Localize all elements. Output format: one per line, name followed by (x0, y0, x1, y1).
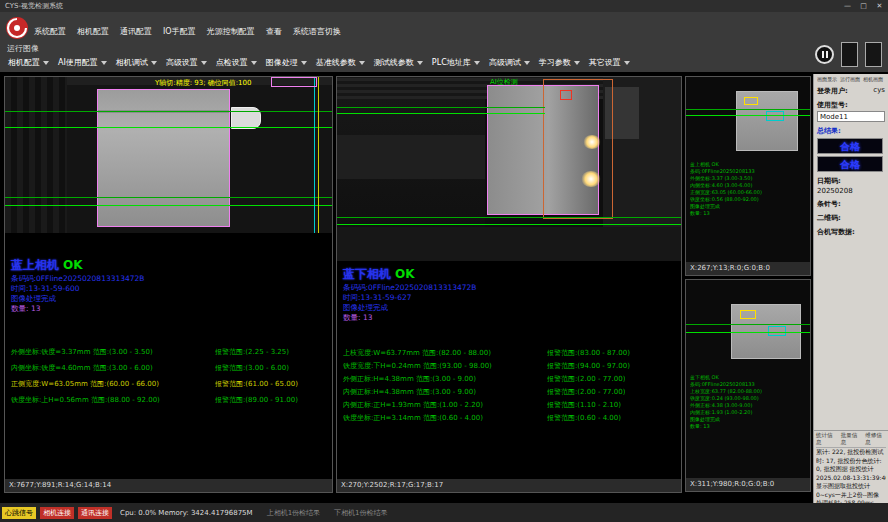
write-data-label: 合机写数据: (817, 228, 855, 236)
side-line: 外侧坐标:3.37 (3.00-3.50) (690, 175, 762, 182)
tool-ai-config[interactable]: AI使用配置 (58, 57, 107, 68)
main-area: Y轴切:精度: 93; 确位同值:100 蓝上相机OK 条码码:0FFline2… (0, 72, 888, 503)
menu-language[interactable]: 系统语言切换 (293, 26, 341, 37)
side-line: 数量: 13 (690, 423, 762, 430)
menu-view[interactable]: 查看 (266, 26, 282, 37)
tool-image-processing[interactable]: 图像处理 (266, 57, 307, 68)
chevron-down-icon (201, 61, 207, 65)
measure-value: 铁度宽度:下H=0.24mm 范围:(93.00 - 98.00) (343, 360, 547, 373)
tool-camera-debug[interactable]: 相机调试 (116, 57, 157, 68)
guide-line (337, 107, 545, 108)
date-code-field: 日期码: 20250208 (817, 176, 885, 195)
measurement-row: 铁度坐标:上H=0.56mm 范围:(88.00 - 92.00)报警范围:(8… (11, 392, 332, 408)
total-result-field: 总结果: 合格 合格 (817, 126, 885, 172)
measurement-rows: 外侧坐标:铁度=3.37mm 范围:(3.00 - 3.50)报警范围:(2.2… (11, 344, 332, 408)
chevron-down-icon (474, 61, 480, 65)
pause-icon (826, 51, 828, 58)
login-user-field: 登录用户: cys (817, 86, 885, 96)
highlight-spot (581, 171, 601, 187)
tool-label: 学习参数 (539, 57, 571, 68)
result-title: 蓝上相机OK (11, 257, 332, 274)
machine-rail (337, 135, 485, 179)
window-controls: — □ ✕ (842, 1, 885, 11)
qr-code-field: 二维码: (817, 213, 885, 223)
snapshot-button-blue[interactable] (841, 42, 858, 67)
comm-link-indicator: 通讯连接 (78, 507, 112, 519)
tab-batch[interactable]: 批量信息 (841, 432, 862, 446)
tool-test-params[interactable]: 测试线参数 (374, 57, 423, 68)
menu-io-config[interactable]: IO手配置 (163, 26, 196, 37)
date-code-value: 20250208 (817, 187, 885, 195)
tool-spot-check[interactable]: 点检设置 (216, 57, 257, 68)
guide-line (686, 324, 810, 325)
display-mode-option[interactable]: 相机画面 (863, 76, 883, 82)
menu-system-config[interactable]: 系统配置 (34, 26, 66, 37)
toolbar: 相机配置 AI使用配置 相机调试 高级设置 点检设置 图像处理 基准线参数 测试… (8, 57, 630, 68)
guide-line (5, 111, 332, 112)
guide-line-vertical (318, 77, 319, 233)
measurement-row: 内侧坐标:铁度=4.60mm 范围:(3.00 - 6.00)报警范围:(3.0… (11, 360, 332, 376)
pixel-coordinate-bar: X:311;Y:980;R:0;G:0;B:0 (686, 478, 810, 491)
maximize-icon[interactable]: □ (858, 1, 869, 11)
side-view-lower: 蓝下相机 OK 条码:0FFline20250208133 上枝宽度:63.77… (685, 279, 811, 492)
side-line: 上枝宽度:63.77 (82.00-88.00) (690, 388, 762, 395)
login-user-label: 登录用户: (817, 86, 848, 96)
menu-bar: 系统配置 相机配置 通讯配置 IO手配置 光源控制配置 查看 系统语言切换 (34, 26, 341, 37)
model-select[interactable]: Mode11 (817, 111, 885, 122)
model-label: 使用型号: (817, 101, 848, 109)
cpu-memory-readout: Cpu: 0.0% Memory: 3424.41796875M (120, 509, 253, 517)
display-mode-option[interactable]: 画面显示 (817, 76, 837, 82)
guide-line (5, 205, 332, 206)
minimize-icon[interactable]: — (842, 1, 853, 11)
menu-camera-config[interactable]: 相机配置 (77, 26, 109, 37)
side-line: 条码:0FFline20250208133 (690, 381, 762, 388)
tool-other-settings[interactable]: 其它设置 (589, 57, 630, 68)
camera-link-indicator: 相机连接 (40, 507, 74, 519)
side-line: 图像处理完成 (690, 203, 762, 210)
close-icon[interactable]: ✕ (874, 1, 885, 11)
status-line: 图像处理完成 (343, 303, 681, 313)
chevron-down-icon (43, 61, 49, 65)
tool-learning-params[interactable]: 学习参数 (539, 57, 580, 68)
tool-advanced-settings[interactable]: 高级设置 (166, 57, 207, 68)
measurement-row: 内侧正标:正H=1.93mm 范围:(1.00 - 2.20)报警范围:(1.1… (343, 399, 681, 412)
tab-statistics[interactable]: 统计信息 (816, 432, 837, 446)
menu-comm-config[interactable]: 通讯配置 (120, 26, 152, 37)
guide-line (337, 224, 681, 225)
measure-value: 铁度坐标:上H=0.56mm 范围:(88.00 - 92.00) (11, 392, 215, 408)
pause-button[interactable] (815, 45, 834, 64)
chevron-down-icon (151, 61, 157, 65)
roi-box (768, 326, 786, 336)
record-icon (869, 47, 879, 56)
pin-number-field: 条针号: (817, 199, 885, 209)
tool-baseline-params[interactable]: 基准线参数 (316, 57, 365, 68)
barcode-line: 条码码:0FFline2025020813313472B (11, 274, 332, 284)
side-line: 正侧宽度:63.05 (60.00-66.00) (690, 189, 762, 196)
measure-value: 内侧正标:H=4.38mm 范围:(3.00 - 9.00) (343, 386, 547, 399)
ai-detect-label: AI位检测 (490, 77, 518, 87)
tab-maintenance[interactable]: 维修信息 (865, 432, 886, 446)
measurement-row: 外侧正标:H=4.38mm 范围:(3.00 - 9.00)报警范围:(2.00… (343, 373, 681, 386)
stats-line: 时: 17, 批投份分色统计: (816, 457, 886, 466)
pixel-coordinate-bar: X:270;Y:2502;R:17;G:17;B:17 (337, 479, 681, 492)
status-bar: 心跳信号 相机连接 通讯连接 Cpu: 0.0% Memory: 3424.41… (0, 503, 888, 522)
measure-value: 铁度坐标:正H=3.14mm 范围:(0.60 - 4.00) (343, 412, 547, 425)
tool-advanced-debug[interactable]: 高级调试 (489, 57, 530, 68)
measure-value: 内侧正标:正H=1.93mm 范围:(1.00 - 2.20) (343, 399, 547, 412)
alarm-range: 报警范围:(3.00 - 6.00) (215, 360, 289, 376)
guide-line (686, 115, 810, 116)
tool-camera-config[interactable]: 相机配置 (8, 57, 49, 68)
alarm-range: 报警范围:(61.00 - 65.00) (215, 376, 298, 392)
result-ok: OK (63, 258, 83, 272)
alarm-range: 报警范围:(2.25 - 3.25) (215, 344, 289, 360)
stats-tabs: 统计信息 批量信息 维修信息 (816, 432, 886, 448)
app-logo-icon (5, 16, 29, 40)
lower-camera-result-label: 下相机1份检结果 (334, 508, 387, 518)
display-mode-option[interactable]: 运行画面 (840, 76, 860, 82)
snapshot-button-red[interactable] (865, 42, 882, 67)
roi-box-red (560, 90, 572, 100)
upper-camera-image: Y轴切:精度: 93; 确位同值:100 (5, 77, 332, 233)
menu-light-config[interactable]: 光源控制配置 (207, 26, 255, 37)
roi-box (271, 77, 317, 87)
tool-plc-address[interactable]: PLC地址库 (432, 57, 480, 68)
